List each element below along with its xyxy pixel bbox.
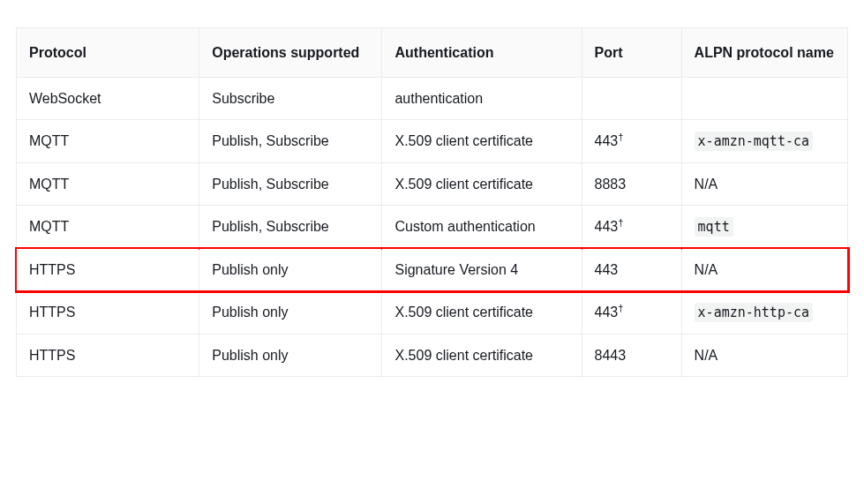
cell-operations: Publish only (199, 249, 382, 291)
cell-protocol: MQTT (17, 206, 199, 249)
auth-text: X.509 client certificate (394, 348, 533, 363)
alpn-code: x-amzn-mqtt-ca (695, 132, 813, 151)
port-text: 443 (595, 133, 619, 148)
cell-operations: Publish only (199, 291, 382, 335)
cell-auth: authentication (382, 78, 582, 120)
protocol-text: HTTPS (29, 262, 75, 277)
cell-protocol: HTTPS (17, 291, 199, 335)
cell-protocol: HTTPS (17, 335, 199, 377)
cell-protocol: WebSocket (17, 78, 199, 120)
dagger-icon: † (618, 132, 623, 142)
cell-operations: Publish, Subscribe (199, 120, 382, 163)
cell-port: 443† (582, 206, 681, 249)
cell-auth: Signature Version 4 (382, 249, 582, 291)
table-row: MQTTPublish, SubscribeCustom authenticat… (17, 206, 848, 249)
protocol-text: MQTT (29, 133, 69, 148)
table-row: HTTPSPublish onlyX.509 client certificat… (17, 335, 848, 377)
cell-auth: X.509 client certificate (382, 120, 582, 163)
cell-alpn: mqtt (681, 206, 847, 249)
alpn-text: N/A (695, 177, 718, 192)
cell-protocol: MQTT (17, 163, 199, 206)
cell-operations: Publish, Subscribe (199, 163, 382, 206)
port-text: 443 (595, 219, 619, 234)
col-header-protocol: Protocol (17, 28, 199, 78)
cell-alpn: N/A (681, 249, 847, 291)
protocol-table-container: Protocol Operations supported Authentica… (0, 17, 864, 398)
cell-auth: X.509 client certificate (382, 291, 582, 335)
protocol-text: HTTPS (29, 305, 75, 320)
offscreen-spacer-top (0, 0, 864, 17)
protocol-text: WebSocket (29, 91, 101, 106)
table-header-row: Protocol Operations supported Authentica… (17, 28, 848, 78)
operations-text: Publish, Subscribe (212, 133, 329, 148)
port-text: 443 (595, 262, 619, 277)
protocol-table: Protocol Operations supported Authentica… (16, 27, 848, 377)
cell-alpn: x-amzn-mqtt-ca (681, 120, 847, 163)
col-header-operations: Operations supported (199, 28, 382, 78)
operations-text: Publish, Subscribe (212, 219, 329, 234)
cell-alpn (681, 78, 847, 120)
operations-text: Subscribe (212, 91, 274, 106)
alpn-code: mqtt (695, 217, 733, 237)
auth-text: Signature Version 4 (394, 262, 518, 277)
dagger-icon: † (618, 217, 623, 228)
cell-operations: Subscribe (199, 78, 382, 120)
operations-text: Publish only (212, 262, 288, 277)
table-row: HTTPSPublish onlyX.509 client certificat… (17, 291, 848, 335)
col-header-auth: Authentication (382, 28, 582, 78)
cell-operations: Publish only (199, 335, 382, 377)
port-text: 443 (595, 305, 619, 320)
operations-text: Publish only (212, 348, 288, 363)
protocol-text: MQTT (29, 177, 69, 192)
cell-port: 8443 (582, 335, 681, 377)
cell-port: 8883 (582, 163, 681, 206)
cell-auth: Custom authentication (382, 206, 582, 249)
cell-auth: X.509 client certificate (382, 163, 582, 206)
table-row: WebSocketSubscribeauthentication (17, 78, 848, 120)
cell-port: 443 (582, 249, 681, 291)
protocol-text: MQTT (29, 219, 69, 234)
col-header-port: Port (582, 28, 681, 78)
cell-operations: Publish, Subscribe (199, 206, 382, 249)
offscreen-spacer-bottom (0, 398, 864, 504)
cell-alpn: x-amzn-http-ca (681, 291, 847, 335)
auth-text: X.509 client certificate (394, 305, 533, 320)
cell-alpn: N/A (681, 335, 847, 377)
cell-alpn: N/A (681, 163, 847, 206)
cell-protocol: HTTPS (17, 249, 199, 291)
col-header-alpn: ALPN protocol name (681, 28, 847, 78)
auth-text: authentication (394, 91, 483, 106)
table-row: MQTTPublish, SubscribeX.509 client certi… (17, 163, 848, 206)
protocol-text: HTTPS (29, 348, 75, 363)
port-text: 8883 (595, 177, 627, 192)
cell-port: 443† (582, 120, 681, 163)
auth-text: X.509 client certificate (394, 177, 533, 192)
dagger-icon: † (618, 303, 623, 313)
operations-text: Publish, Subscribe (212, 177, 329, 192)
operations-text: Publish only (212, 305, 288, 320)
port-text: 8443 (595, 348, 627, 363)
auth-text: X.509 client certificate (394, 133, 533, 148)
alpn-text: N/A (695, 348, 718, 363)
cell-protocol: MQTT (17, 120, 199, 163)
cell-auth: X.509 client certificate (382, 335, 582, 377)
cell-port: 443† (582, 291, 681, 335)
auth-text: Custom authentication (394, 219, 535, 234)
alpn-code: x-amzn-http-ca (695, 303, 813, 322)
table-row: MQTTPublish, SubscribeX.509 client certi… (17, 120, 848, 163)
alpn-text: N/A (695, 262, 718, 277)
cell-port (582, 78, 681, 120)
scroll-viewport[interactable]: Protocol Operations supported Authentica… (0, 0, 864, 504)
table-row: HTTPSPublish onlySignature Version 4443N… (17, 249, 848, 291)
